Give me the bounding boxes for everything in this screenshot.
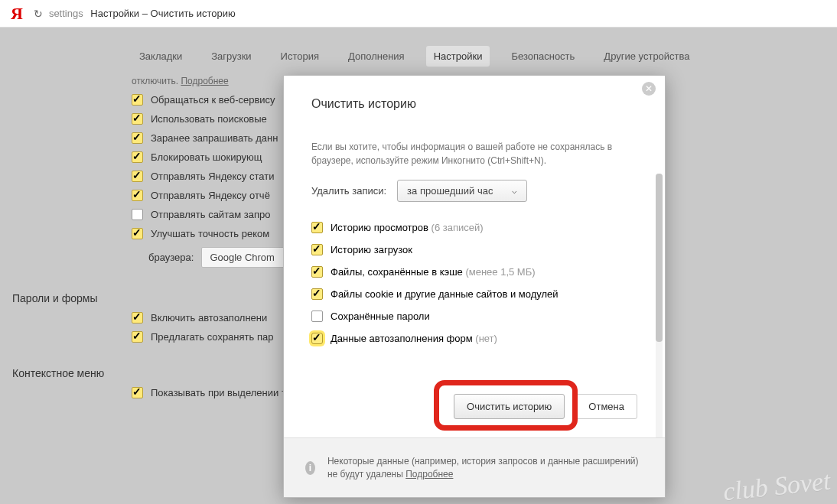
delete-label: Удалить записи: [311,185,386,197]
chevron-down-icon: ⌵ [512,186,517,196]
checkbox-icon[interactable] [311,266,323,278]
checkbox-icon[interactable] [132,312,143,324]
period-dropdown[interactable]: за прошедший час ⌵ [397,180,527,202]
cancel-button[interactable]: Отмена [575,394,637,419]
option-label: Отправлять Яндексу стати [151,171,274,182]
browser-label: браузера: [148,252,194,263]
tab-история[interactable]: История [273,46,327,67]
option-label: Включить автозаполнени [151,312,267,324]
yandex-logo: Я [6,4,28,24]
checkbox-icon[interactable] [311,244,323,255]
option-label: Блокировать шокирующ [151,151,262,163]
tab-безопасность[interactable]: Безопасность [503,46,582,67]
tab-настройки[interactable]: Настройки [426,46,490,67]
item-label: Сохранённые пароли [331,311,430,322]
item-label: Файлы, сохранённые в кэше (менее 1,5 МБ) [331,266,536,278]
hint-prefix: отключить. [132,76,178,86]
period-value: за прошедший час [407,185,493,197]
delete-period-row: Удалить записи: за прошедший час ⌵ [311,180,637,202]
reload-icon[interactable]: ↻ [34,8,43,20]
checkbox-icon[interactable] [311,288,323,300]
checkbox-icon[interactable] [311,311,323,322]
clear-item[interactable]: Файлы, сохранённые в кэше (менее 1,5 МБ) [311,266,637,278]
modal-footer: Очистить историю Отмена [284,375,665,437]
checkbox-icon[interactable] [132,132,143,144]
clear-item[interactable]: Данные автозаполнения форм (нет) [311,333,637,344]
tab-другие устройства[interactable]: Другие устройства [596,46,697,67]
option-label: Отправлять сайтам запро [151,209,270,220]
clear-history-button[interactable]: Очистить историю [454,394,565,419]
item-label: Историю просмотров (6 записей) [331,222,484,233]
checkbox-icon[interactable] [311,333,323,344]
address-bar: Я ↻ settings Настройки – Очистить истори… [0,0,837,28]
checkbox-icon[interactable] [132,113,143,125]
tab-загрузки[interactable]: Загрузки [204,46,259,67]
clear-item[interactable]: Файлы cookie и другие данные сайтов и мо… [311,288,637,300]
item-label: Данные автозаполнения форм (нет) [331,333,497,344]
item-suffix: (6 записей) [432,222,484,233]
tab-закладки[interactable]: Закладки [132,46,190,67]
item-suffix: (нет) [475,333,497,344]
info-icon: i [305,461,315,475]
info-link[interactable]: Подробнее [405,469,453,480]
clear-history-modal: ✕ Очистить историю Если вы хотите, чтобы… [283,75,666,498]
option-label: Отправлять Яндексу отчё [151,190,270,201]
checkbox-icon[interactable] [132,190,143,201]
checkbox-icon[interactable] [132,209,143,220]
tab-дополнения[interactable]: Дополнения [340,46,412,67]
checkbox-icon[interactable] [132,151,143,163]
url-prefix: settings [49,8,83,19]
close-icon[interactable]: ✕ [642,82,656,96]
option-label: Обращаться к веб-сервису [151,94,275,106]
modal-hint: Если вы хотите, чтобы информация о вашей… [311,140,637,167]
clear-item[interactable]: Сохранённые пароли [311,311,637,322]
checkbox-icon[interactable] [132,94,143,106]
url-title: Настройки – Очистить историю [90,8,235,19]
info-text: Некоторые данные (например, история запр… [327,456,639,480]
modal-title: Очистить историю [311,97,665,111]
browser-select[interactable]: Google Chrom [201,247,292,268]
checkbox-icon[interactable] [132,171,143,182]
clear-item[interactable]: Историю загрузок [311,244,637,255]
item-label: Историю загрузок [331,244,412,255]
clear-item[interactable]: Историю просмотров (6 записей) [311,222,637,233]
item-label: Файлы cookie и другие данные сайтов и мо… [331,288,559,300]
url-display[interactable]: settings Настройки – Очистить историю [49,8,236,19]
option-label: Улучшать точность реком [151,228,269,239]
option-label: Предлагать сохранять пар [151,331,273,343]
checkbox-icon[interactable] [311,222,323,233]
settings-tabs: ЗакладкиЗагрузкиИсторияДополненияНастрой… [0,28,837,76]
checkbox-icon[interactable] [132,387,143,398]
item-suffix: (менее 1,5 МБ) [465,266,535,278]
checkbox-icon[interactable] [132,228,143,239]
checkbox-icon[interactable] [132,331,143,343]
modal-info-bar: i Некоторые данные (например, история за… [284,437,665,497]
option-label: Заранее запрашивать данн [151,132,278,144]
hint-link[interactable]: Подробнее [181,76,228,86]
option-label: Использовать поисковые [151,113,267,125]
